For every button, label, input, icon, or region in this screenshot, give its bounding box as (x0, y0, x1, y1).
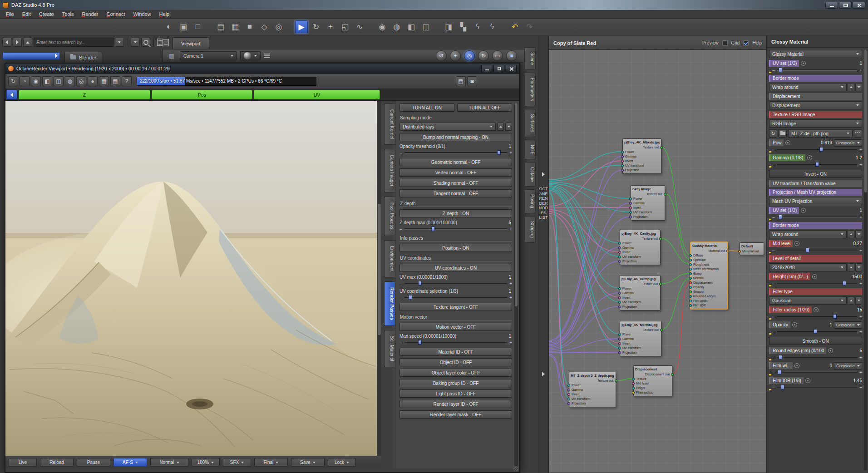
input-pin[interactable]: Rounded edges (692, 294, 726, 299)
decrement-button[interactable] (772, 147, 775, 152)
film-width-slider[interactable] (769, 370, 862, 375)
input-pin[interactable]: Projection (571, 401, 614, 406)
opacity-threshold-slider[interactable] (399, 150, 512, 156)
input-pin[interactable]: Invert (621, 341, 660, 346)
slider-handle[interactable] (815, 162, 819, 167)
scrollbar-thumb[interactable] (515, 103, 518, 306)
turn-all-off-button[interactable]: TURN ALL OFF (457, 103, 512, 112)
input-pin-dot[interactable] (632, 391, 635, 394)
octane-tab-current-kernel[interactable]: Current Kernel (384, 103, 395, 145)
scale-tool-icon[interactable]: ◱ (339, 20, 351, 33)
input-pin[interactable]: Gamma (621, 291, 659, 296)
turn-all-on-button[interactable]: TURN ALL ON (399, 103, 454, 112)
octane-window-titlebar[interactable]: OctaneRender Viewport • Rendering (1920 … (5, 64, 519, 74)
render-layer-mask-toggle[interactable]: Render layer mask - OFF (399, 410, 512, 419)
minimize-button[interactable] (481, 65, 492, 72)
increment-button[interactable] (859, 248, 862, 253)
texture-tangent-toggle[interactable]: Texture tangent - OFF (399, 303, 512, 311)
tab-posing[interactable]: Posing (525, 189, 536, 213)
spin-down-button[interactable] (855, 83, 862, 91)
param-settings-icon[interactable] (785, 140, 790, 145)
input-pin-dot[interactable] (629, 202, 632, 205)
baking-group-id-toggle[interactable]: Baking group ID - OFF (399, 379, 512, 387)
spin-down-button[interactable] (855, 230, 862, 238)
surface-selection-icon[interactable]: ◧ (405, 20, 418, 33)
input-pin-dot[interactable] (618, 292, 621, 295)
input-pin[interactable]: Height (635, 386, 671, 390)
close-button[interactable] (853, 2, 865, 9)
expand-nodes-list-icon[interactable] (542, 372, 545, 376)
input-pin-dot[interactable] (629, 216, 632, 218)
save-image-icon[interactable]: ▤ (110, 76, 120, 86)
lock-resolution-icon[interactable]: ◫ (54, 76, 64, 86)
render-priority-icon[interactable]: ◔ (20, 76, 30, 86)
input-pin-dot[interactable] (618, 251, 621, 254)
slider-handle[interactable] (418, 281, 422, 286)
node-glossy-material[interactable]: Glossy Material Material out Diffuse (690, 242, 728, 309)
param-settings-icon[interactable] (801, 208, 806, 213)
menu-item[interactable]: File (2, 10, 18, 18)
increment-button[interactable] (859, 329, 862, 334)
output-pin-dot[interactable] (660, 146, 663, 149)
input-pin[interactable]: Film width (692, 299, 726, 303)
param-settings-icon[interactable] (814, 307, 819, 312)
tab-blender[interactable]: Blender (64, 52, 102, 63)
forward-button[interactable] (13, 38, 22, 47)
param-settings-icon[interactable] (807, 155, 812, 160)
input-pin-dot[interactable] (621, 169, 624, 172)
slider-handle[interactable] (409, 295, 412, 300)
param-value[interactable]: 1 (821, 322, 832, 327)
output-pin[interactable]: Texture out (624, 145, 660, 150)
drawstyle-selector[interactable] (240, 51, 261, 60)
input-pin-dot[interactable] (618, 305, 621, 308)
decrement-button[interactable] (772, 215, 775, 220)
input-pin-dot[interactable] (621, 151, 624, 153)
pass-tab-z[interactable]: Z (19, 90, 150, 99)
create-cube-icon[interactable]: ■ (243, 20, 256, 33)
power-slider[interactable] (769, 147, 862, 153)
reload-image-icon[interactable] (769, 129, 777, 138)
close-button[interactable] (506, 65, 517, 72)
render-passes-list-icon[interactable]: ▤ (456, 76, 466, 86)
input-pin-dot[interactable] (689, 281, 692, 284)
tab-octane[interactable]: Octane (525, 162, 536, 187)
octane-tab-sel-material[interactable]: Sel. Material (384, 330, 395, 367)
increment-button[interactable] (509, 340, 512, 345)
input-pin-dot[interactable] (689, 272, 692, 275)
render-scrollbar[interactable] (377, 101, 381, 456)
decrement-button[interactable] (772, 385, 775, 390)
param-settings-icon[interactable] (828, 348, 833, 353)
tab-surfaces[interactable]: Surfaces (525, 109, 536, 137)
input-pin-dot[interactable] (618, 347, 621, 350)
height-slider[interactable] (769, 281, 862, 286)
decrement-button[interactable] (772, 355, 775, 360)
slider-handle[interactable] (497, 150, 501, 155)
input-pin-dot[interactable] (618, 246, 621, 249)
input-pin[interactable]: Power (621, 241, 659, 246)
increment-button[interactable] (859, 355, 862, 360)
powerpose-icon[interactable]: ϟ (471, 20, 484, 33)
param-value[interactable]: 1 (500, 275, 511, 280)
redo-icon[interactable]: ↷ (523, 20, 536, 33)
decrement-button[interactable] (772, 281, 775, 286)
input-pin[interactable]: Material out (741, 249, 762, 254)
menu-item[interactable]: Tools (58, 10, 78, 18)
spin-down-button[interactable] (855, 263, 862, 271)
param-value[interactable]: 0.613 (821, 140, 832, 145)
decrement-button[interactable] (772, 248, 775, 253)
tangent-normal-toggle[interactable]: Tangent normal - OFF (399, 189, 512, 197)
increment-button[interactable] (509, 150, 512, 155)
displacement-dropdown[interactable]: Displacement (769, 101, 862, 109)
vertex-normal-toggle[interactable]: Vertex normal - OFF (399, 168, 512, 177)
input-pin-dot[interactable] (629, 211, 632, 214)
input-pin[interactable]: Filter radius (635, 390, 671, 395)
param-value[interactable]: 5 (851, 348, 862, 353)
decrement-button[interactable] (772, 68, 775, 73)
spin-down-button[interactable] (855, 296, 862, 305)
output-pin[interactable]: Texture out (621, 282, 659, 286)
pass-tab-pos[interactable]: Pos (152, 90, 252, 99)
decrement-button[interactable] (772, 370, 775, 375)
increment-button[interactable] (859, 68, 862, 73)
input-pin-dot[interactable] (629, 197, 632, 200)
slider-handle[interactable] (778, 370, 781, 374)
